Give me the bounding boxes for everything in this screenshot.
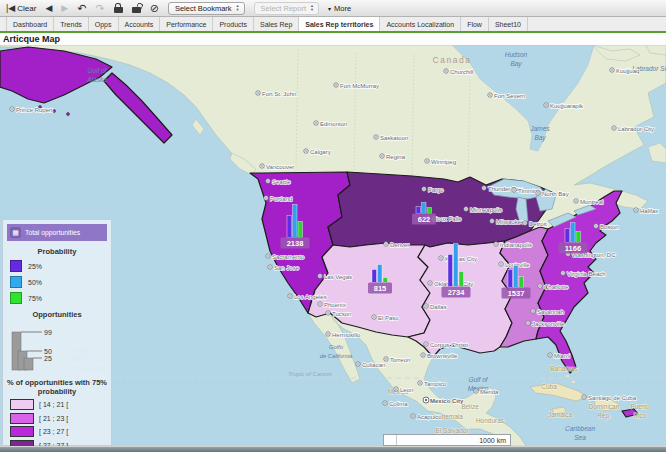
map-scale-bar: 1000 km [383,434,511,446]
city-label: Calgary [310,149,331,155]
geo-label: Dominican [589,403,620,410]
legend-header[interactable]: ▦ Total opportunities [7,224,107,241]
stepper-icon: ▲▼ [310,4,314,11]
city-marker-dot [537,192,539,194]
geo-label: Tropic of Cancer [288,371,333,377]
city-marker-dot [327,333,329,335]
forward-button[interactable]: ▶ [61,4,68,13]
geo-label: Hudson [505,51,528,58]
geo-label: de California [320,353,353,359]
undo-button[interactable]: ↶ [77,4,86,13]
class-swatch [10,399,34,410]
tab-sheet10[interactable]: Sheet10 [489,17,528,31]
geo-label: Honduras [476,417,505,424]
region-bar-p75 [576,232,581,243]
redo-button[interactable]: ↷ [95,4,104,13]
scale-label: 1000 km [479,437,506,444]
geo-label: James [529,125,550,132]
opportunities-tick-label: 99 [44,329,52,336]
city-label: Montreal [580,199,603,205]
region-bar-p75 [298,222,303,238]
tab-sales-rep[interactable]: Sales Rep [254,17,299,31]
tab-dashboard[interactable]: Dashboard [6,17,54,31]
city-marker-dot [385,243,387,245]
region-bar-p50 [422,203,427,214]
tab-sales-rep-territories[interactable]: Sales Rep territories [299,17,380,31]
city-label: Fargo [428,187,444,193]
geo-label: Rep. [597,412,611,420]
region-bar-p75 [519,277,524,288]
city-label: Los Angeles [294,294,327,300]
probability-label: 25% [28,263,42,270]
tab-performance[interactable]: Performance [160,17,213,31]
city-label: Brownsville [427,353,458,359]
back-button[interactable]: ◀ [45,4,52,13]
tab-accounts[interactable]: Accounts [119,17,161,31]
map-canvas[interactable]: Gulf ofAlaskaHudsonBayJamesBayLabrador S… [0,45,666,446]
city-label: Denver [390,242,409,248]
city-marker-dot [483,187,485,189]
city-label: Churchill [450,69,473,75]
report-select-label: Select Report [261,4,306,13]
tab-opps[interactable]: Opps [89,17,119,31]
geo-label: Alaska [86,76,107,83]
city-label: North Bay [542,191,569,197]
city-marker-dot [319,303,321,305]
class-range-label: [ 14 ; 21 [ [39,401,68,408]
geo-label: Sea [574,434,586,441]
city-marker-dot [527,322,529,324]
bookmark-select[interactable]: Select Bookmark ▲▼ [168,2,245,15]
city-marker-dot [375,136,377,138]
city-label: Fort Severn [494,93,525,99]
city-label: Phoenix [324,302,346,308]
legend-class-item: [ 21 ; 23 [ [10,413,111,424]
geo-label: Bay [510,60,522,68]
class-swatch [10,413,34,424]
report-select[interactable]: Select Report ▲▼ [254,2,319,15]
legend-class-item: [ 23 ; 27 [ [10,426,111,437]
region-value-label: 622 [418,215,431,224]
city-marker-dot [357,363,359,365]
city-marker-dot [575,200,577,202]
more-button-label: More [334,4,351,13]
region-bar-p25 [287,216,292,238]
city-marker-dot [315,122,317,124]
tab-products[interactable]: Products [213,17,254,31]
city-marker-dot [475,390,477,392]
legend-probability-title: Probability [5,247,109,256]
city-marker-dot [267,255,269,257]
tab-accounts-localization[interactable]: Accounts Localization [380,17,461,31]
tab-bar: DashboardTrendsOppsAccountsPerformancePr… [0,17,666,31]
city-label: Labrador City [618,126,654,132]
probability-swatch [10,260,22,272]
class-swatch [10,440,34,447]
more-button[interactable]: ▾ More [328,4,351,13]
region-bar-p50 [571,223,576,243]
page-title: Articque Map [0,33,666,45]
city-marker-dot [422,354,424,356]
toolbar: |◀ Clear ◀ ▶ ↶ ↷ ⊘ Select Bookmark ▲▼ Se… [0,0,666,17]
city-marker-dot [261,165,263,167]
legend-classes-title: % of opportunities with 75% probability [5,378,109,396]
lock-icon[interactable] [114,7,123,13]
tab-flow[interactable]: Flow [461,17,489,31]
city-label: Leon [400,387,413,393]
region-bar-p50 [514,266,519,288]
city-marker-dot [305,150,307,152]
city-label: Hermosillo [332,332,361,338]
territory-alaska-islet [67,113,70,116]
city-marker-dot [425,305,427,307]
region-bar-p50 [293,205,298,238]
city-marker-dot [384,402,386,404]
geo-label: Gulf of [87,67,107,74]
layer-icon: ▦ [10,227,21,238]
tab-trends[interactable]: Trends [54,17,89,31]
unlock-icon[interactable] [132,7,141,13]
city-label: Sioux Falls [432,216,461,222]
city-label: Sacramento [272,254,305,260]
city-label: Saskatoon [380,135,408,141]
clear-button[interactable]: |◀ Clear [6,4,36,13]
city-label: Kuujjuaq [616,68,639,74]
prohibit-icon[interactable]: ⊘ [150,4,159,13]
city-label: Halifax [640,208,658,214]
